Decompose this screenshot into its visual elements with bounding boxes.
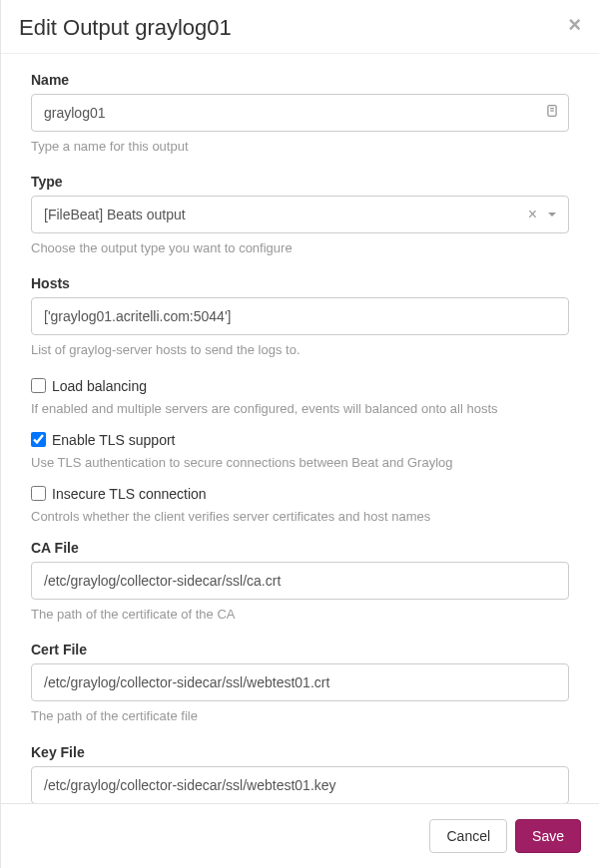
type-group: Type [FileBeat] Beats output × Choose th… xyxy=(31,174,569,257)
modal-footer: Cancel Save xyxy=(1,803,599,868)
type-help: Choose the output type you want to confi… xyxy=(31,239,569,257)
cert-file-group: Cert File The path of the certificate fi… xyxy=(31,642,569,725)
enable-tls-help: Use TLS authentication to secure connect… xyxy=(31,454,569,472)
insecure-tls-checkbox[interactable] xyxy=(31,486,46,501)
type-label: Type xyxy=(31,174,569,190)
hosts-group: Hosts List of graylog-server hosts to se… xyxy=(31,275,569,359)
key-file-group: Key File The path of the key file xyxy=(31,744,569,804)
close-icon[interactable]: × xyxy=(568,14,581,36)
cert-file-label: Cert File xyxy=(31,642,569,657)
name-label: Name xyxy=(31,72,569,88)
name-group: Name Type a name for this output xyxy=(31,72,569,156)
modal-header: Edit Output graylog01 × xyxy=(1,0,599,54)
ca-file-help: The path of the certificate of the CA xyxy=(31,606,569,624)
ca-file-label: CA File xyxy=(31,540,569,556)
load-balancing-group: Load balancing If enabled and multiple s… xyxy=(31,378,569,418)
hosts-help: List of graylog-server hosts to send the… xyxy=(31,341,569,359)
load-balancing-help: If enabled and multiple servers are conf… xyxy=(31,400,569,418)
enable-tls-group: Enable TLS support Use TLS authenticatio… xyxy=(31,432,569,472)
enable-tls-label: Enable TLS support xyxy=(52,432,176,448)
load-balancing-checkbox[interactable] xyxy=(31,378,46,393)
enable-tls-checkbox[interactable] xyxy=(31,432,46,447)
clear-icon[interactable]: × xyxy=(528,206,537,223)
insecure-tls-label: Insecure TLS connection xyxy=(52,486,207,502)
modal-body: Name Type a name for this output Type [F… xyxy=(1,54,599,803)
hosts-input[interactable] xyxy=(31,297,569,335)
chevron-down-icon[interactable] xyxy=(547,206,557,223)
contacts-icon xyxy=(545,104,559,122)
hosts-label: Hosts xyxy=(31,275,569,291)
modal-title: Edit Output graylog01 xyxy=(19,15,581,41)
cancel-button[interactable]: Cancel xyxy=(429,819,507,853)
key-file-label: Key File xyxy=(31,744,569,760)
cert-file-help: The path of the certificate file xyxy=(31,707,569,725)
name-input[interactable] xyxy=(31,94,569,132)
ca-file-group: CA File The path of the certificate of t… xyxy=(31,540,569,624)
insecure-tls-group: Insecure TLS connection Controls whether… xyxy=(31,486,569,526)
name-help: Type a name for this output xyxy=(31,138,569,156)
edit-output-modal: Edit Output graylog01 × Name Type a name… xyxy=(1,0,599,868)
load-balancing-label: Load balancing xyxy=(52,378,147,394)
type-select-value: [FileBeat] Beats output xyxy=(44,207,186,222)
save-button[interactable]: Save xyxy=(515,819,581,853)
cert-file-input[interactable] xyxy=(31,663,569,701)
key-file-input[interactable] xyxy=(31,766,569,804)
type-select[interactable]: [FileBeat] Beats output xyxy=(31,196,569,233)
ca-file-input[interactable] xyxy=(31,562,569,600)
insecure-tls-help: Controls whether the client verifies ser… xyxy=(31,508,569,526)
